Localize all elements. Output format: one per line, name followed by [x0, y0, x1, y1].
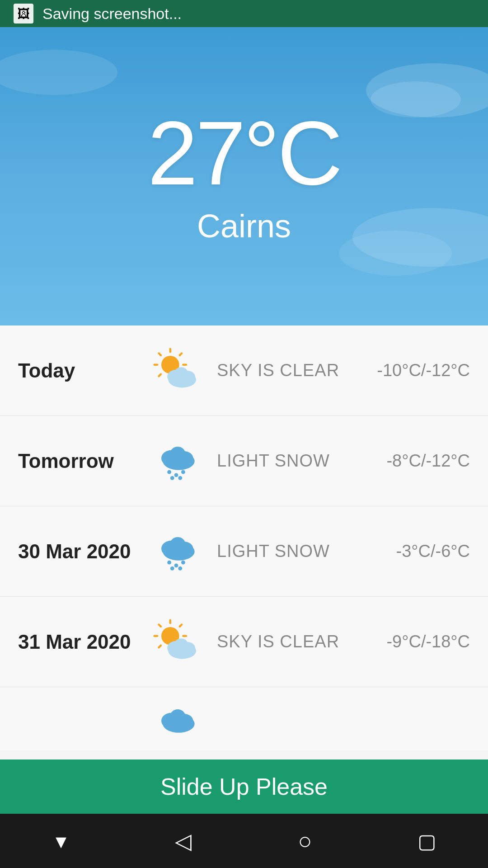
weather-icon-sunny-cloudy-today — [145, 344, 208, 398]
svg-line-8 — [159, 374, 161, 376]
forecast-condition-mar30: LIGHT SNOW — [217, 542, 396, 561]
svg-point-47 — [170, 709, 186, 724]
svg-point-17 — [167, 470, 171, 474]
svg-point-43 — [174, 638, 188, 651]
forecast-row-mar30[interactable]: 30 Mar 2020 LIGHT SNOW -3°C/-6°C — [0, 506, 488, 597]
nav-recents-button[interactable]: ▢ — [409, 823, 445, 859]
forecast-condition-today: SKY IS CLEAR — [217, 361, 377, 380]
forecast-temp-today: -10°C/-12°C — [377, 361, 470, 380]
svg-point-20 — [170, 476, 174, 480]
svg-line-5 — [159, 353, 161, 355]
forecast-temp-mar31: -9°C/-18°C — [386, 632, 470, 651]
status-bar-text: Saving screenshot... — [42, 5, 182, 23]
nav-bar: ▾ ◁ ○ ▢ — [0, 814, 488, 868]
slide-up-label: Slide Up Please — [160, 773, 328, 800]
home-icon: ○ — [298, 827, 312, 854]
svg-point-21 — [178, 476, 182, 480]
forecast-condition-tomorrow: LIGHT SNOW — [217, 451, 386, 471]
svg-line-7 — [180, 353, 182, 355]
svg-point-25 — [170, 537, 186, 552]
current-temperature: 27°C — [148, 108, 341, 198]
weather-icon-snow-mar30 — [145, 524, 208, 579]
forecast-row-today[interactable]: Today SKY IS CLEAR -10°C — [0, 326, 488, 416]
nav-down-button[interactable]: ▾ — [43, 823, 79, 859]
back-icon: ◁ — [175, 828, 192, 854]
hero-weather: 27°C Cairns — [0, 27, 488, 326]
weather-icon-snow-tomorrow — [145, 434, 208, 488]
recents-icon: ▢ — [418, 830, 436, 853]
svg-point-16 — [170, 447, 186, 462]
forecast-temp-mar30: -3°C/-6°C — [396, 542, 470, 561]
svg-point-26 — [167, 560, 171, 564]
forecast-day-mar31: 31 Mar 2020 — [18, 631, 145, 653]
svg-line-39 — [159, 645, 161, 647]
forecast-day-tomorrow: Tomorrow — [18, 450, 145, 472]
slide-up-button[interactable]: Slide Up Please — [0, 760, 488, 814]
forecast-day-mar30: 30 Mar 2020 — [18, 540, 145, 563]
svg-point-28 — [181, 560, 185, 564]
svg-point-12 — [174, 367, 188, 380]
weather-icon-partial — [145, 701, 208, 737]
forecast-day-today: Today — [18, 359, 145, 382]
screenshot-icon: 🖼 — [14, 4, 33, 24]
chevron-down-icon: ▾ — [56, 828, 66, 854]
forecast-row-tomorrow[interactable]: Tomorrow LIGHT SNOW -8°C/-12°C — [0, 416, 488, 506]
forecast-row-partial — [0, 687, 488, 750]
nav-home-button[interactable]: ○ — [287, 823, 323, 859]
nav-back-button[interactable]: ◁ — [165, 823, 201, 859]
svg-point-29 — [170, 566, 174, 571]
forecast-row-mar31[interactable]: 31 Mar 2020 SKY IS CLEAR -9°C/-18°C — [0, 597, 488, 687]
forecast-temp-tomorrow: -8°C/-12°C — [386, 451, 470, 471]
svg-point-27 — [174, 563, 178, 567]
svg-line-36 — [159, 624, 161, 626]
forecast-list: Today SKY IS CLEAR -10°C — [0, 326, 488, 760]
svg-line-38 — [180, 624, 182, 626]
weather-icon-sunny-cloudy-mar31 — [145, 615, 208, 669]
city-name: Cairns — [197, 208, 291, 245]
forecast-condition-mar31: SKY IS CLEAR — [217, 632, 386, 651]
svg-point-19 — [181, 470, 185, 474]
status-bar: 🖼 Saving screenshot... — [0, 0, 488, 27]
svg-point-18 — [174, 473, 178, 477]
svg-point-30 — [178, 566, 182, 571]
